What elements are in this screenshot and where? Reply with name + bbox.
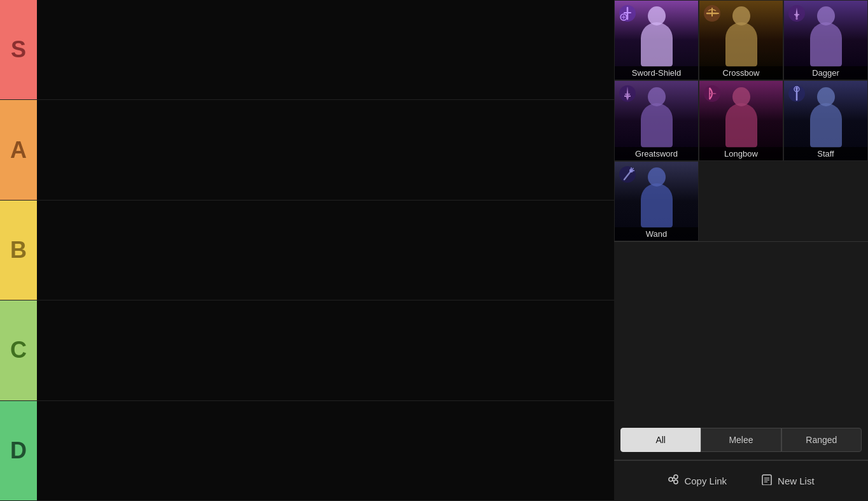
filter-melee-button[interactable]: Melee xyxy=(701,428,781,452)
weapon-card-longbow[interactable]: Longbow xyxy=(699,80,783,160)
weapon-name-staff: Staff xyxy=(784,147,867,160)
new-list-icon xyxy=(761,474,773,488)
svg-point-30 xyxy=(674,480,678,484)
tier-content-b[interactable] xyxy=(37,201,614,300)
filter-all-button[interactable]: All xyxy=(620,428,701,452)
tier-list: S A B C D xyxy=(0,0,614,501)
staff-icon xyxy=(788,85,806,102)
sword-shield-icon xyxy=(619,4,636,22)
greatsword-icon xyxy=(619,85,636,102)
weapon-name-greatsword: Greatsword xyxy=(615,147,698,160)
action-bar: Copy Link New List xyxy=(614,460,868,501)
weapon-card-greatsword[interactable]: Greatsword xyxy=(614,80,699,160)
tier-row-d: D xyxy=(0,401,614,501)
svg-point-24 xyxy=(629,169,633,173)
crossbow-icon xyxy=(703,4,721,22)
tier-label-a: A xyxy=(0,100,37,199)
dagger-icon xyxy=(788,4,806,22)
new-list-label: New List xyxy=(778,476,815,486)
weapon-name-dagger: Dagger xyxy=(784,66,867,80)
weapon-name-longbow: Longbow xyxy=(699,147,783,160)
copy-link-icon xyxy=(668,474,679,488)
new-list-button[interactable]: New List xyxy=(753,470,822,492)
weapon-name-sword-shield: Sword-Shield xyxy=(615,66,698,80)
tier-label-c: C xyxy=(0,300,37,400)
weapon-name-wand: Wand xyxy=(615,227,698,241)
longbow-icon xyxy=(703,85,721,102)
svg-rect-12 xyxy=(796,17,798,20)
wand-icon xyxy=(619,166,636,183)
tier-content-c[interactable] xyxy=(37,300,614,400)
sidebar-spacer xyxy=(614,242,868,420)
weapon-card-wand[interactable]: Wand xyxy=(614,161,699,241)
filter-ranged-button[interactable]: Ranged xyxy=(781,428,862,452)
tier-label-d: D xyxy=(0,401,37,500)
tier-content-s[interactable] xyxy=(37,0,614,99)
svg-point-29 xyxy=(674,475,678,479)
tier-label-b: B xyxy=(0,201,37,300)
weapon-card-sword-shield[interactable]: Sword-Shield xyxy=(614,0,699,80)
copy-link-button[interactable]: Copy Link xyxy=(660,470,734,492)
filter-bar: All Melee Ranged xyxy=(614,420,868,460)
svg-point-28 xyxy=(669,477,673,481)
tier-row-s: S xyxy=(0,0,614,100)
tier-content-a[interactable] xyxy=(37,100,614,199)
tier-content-d[interactable] xyxy=(37,401,614,500)
tier-row-c: C xyxy=(0,300,614,400)
tier-row-b: B xyxy=(0,201,614,300)
tier-row-a: A xyxy=(0,100,614,200)
weapon-name-crossbow: Crossbow xyxy=(699,66,783,80)
sidebar: Sword-Shield Crossbow xyxy=(614,0,868,501)
weapon-card-dagger[interactable]: Dagger xyxy=(783,0,868,80)
weapons-grid: Sword-Shield Crossbow xyxy=(614,0,868,242)
tier-label-s: S xyxy=(0,0,37,99)
weapon-card-staff[interactable]: Staff xyxy=(783,80,868,160)
svg-line-27 xyxy=(633,168,634,169)
weapon-card-crossbow[interactable]: Crossbow xyxy=(699,0,783,80)
copy-link-label: Copy Link xyxy=(684,476,727,486)
